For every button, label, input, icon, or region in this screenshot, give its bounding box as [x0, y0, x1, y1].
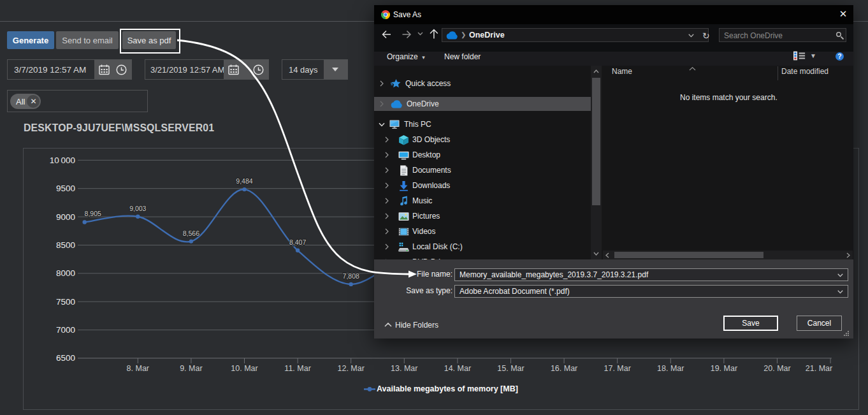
svg-text:14. Mar: 14. Mar: [444, 364, 471, 373]
svg-text:21. Mar: 21. Mar: [806, 364, 832, 373]
svg-text:13. Mar: 13. Mar: [391, 364, 417, 373]
svg-text:9,003: 9,003: [129, 205, 146, 212]
svg-text:9. Mar: 9. Mar: [180, 364, 202, 373]
svg-text:17. Mar: 17. Mar: [604, 364, 631, 373]
svg-text:11. Mar: 11. Mar: [284, 364, 310, 373]
svg-text:Available megabytes of memory: Available megabytes of memory [MB]: [377, 384, 518, 393]
svg-text:10 000: 10 000: [50, 156, 75, 165]
svg-text:20. Mar: 20. Mar: [763, 364, 790, 373]
svg-text:8,905: 8,905: [85, 210, 101, 217]
svg-text:9000: 9000: [56, 212, 75, 222]
svg-text:8. Mar: 8. Mar: [127, 364, 149, 373]
svg-text:18. Mar: 18. Mar: [657, 364, 684, 373]
svg-text:6500: 6500: [56, 353, 75, 363]
svg-text:9500: 9500: [56, 184, 75, 193]
svg-text:19. Mar: 19. Mar: [711, 364, 737, 373]
svg-text:8,566: 8,566: [183, 229, 199, 237]
svg-text:9,484: 9,484: [236, 177, 252, 185]
svg-text:8000: 8000: [56, 268, 75, 278]
svg-text:8500: 8500: [56, 240, 75, 250]
svg-text:7500: 7500: [56, 297, 75, 307]
svg-text:7,808: 7,808: [343, 272, 359, 280]
svg-text:7000: 7000: [56, 325, 75, 335]
svg-text:10. Mar: 10. Mar: [231, 364, 257, 373]
svg-text:8,407: 8,407: [289, 238, 306, 246]
svg-text:16. Mar: 16. Mar: [551, 364, 577, 373]
svg-text:15. Mar: 15. Mar: [497, 364, 524, 373]
svg-text:12. Mar: 12. Mar: [338, 364, 365, 373]
